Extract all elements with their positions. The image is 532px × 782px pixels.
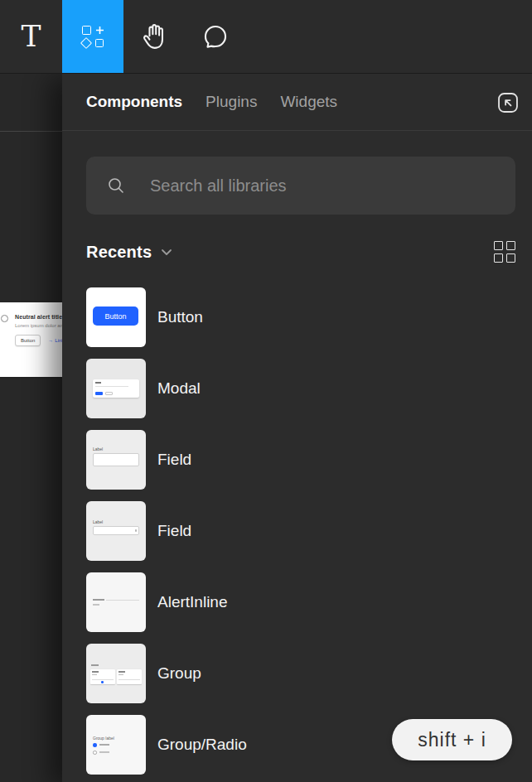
text-tool-icon: T <box>21 22 41 51</box>
clear-icon <box>135 529 138 532</box>
plus-icon <box>95 26 104 35</box>
grid-square <box>494 253 503 263</box>
popout-button[interactable] <box>494 89 522 117</box>
tab-plugins[interactable]: Plugins <box>206 93 257 111</box>
component-thumbnail-field-2: Label <box>86 501 146 561</box>
hand-tool-button[interactable] <box>123 0 185 73</box>
assets-icon <box>80 24 105 49</box>
component-label: Group/Radio <box>157 736 247 754</box>
recents-title: Recents <box>86 243 152 262</box>
tab-components[interactable]: Components <box>86 93 182 111</box>
thumb-button-preview: Button <box>93 307 138 326</box>
component-thumbnail-group <box>86 644 146 703</box>
component-label: Field <box>157 522 191 540</box>
alert-link: → Link text <box>48 338 62 343</box>
chevron-down-icon <box>161 249 172 256</box>
shortcut-badge: shift + i <box>392 719 512 760</box>
thumb-field-label: Label <box>93 447 103 451</box>
radio-selected-icon <box>93 743 97 747</box>
comment-tool-button[interactable] <box>185 0 246 73</box>
text-tool-button[interactable]: T <box>0 0 62 73</box>
thumb-field-label: Label <box>93 520 103 524</box>
component-item-field-2[interactable]: Label Field <box>86 501 532 561</box>
thumb-group-label: Group label <box>93 736 114 741</box>
tab-widgets[interactable]: Widgets <box>280 93 337 111</box>
component-label: AlertInline <box>157 593 228 611</box>
popout-icon <box>496 90 520 115</box>
component-item-button[interactable]: Button Button <box>86 287 532 347</box>
assets-tool-button[interactable] <box>62 0 123 73</box>
alert-title: Neutral alert title <box>15 314 62 320</box>
hand-icon <box>140 22 168 51</box>
radio-unselected-icon <box>93 751 97 755</box>
recents-header: Recents <box>86 239 515 265</box>
component-thumbnail-group-radio: Group label <box>86 715 146 775</box>
panel-tabs: Components Plugins Widgets <box>62 73 532 131</box>
thumb-modal-preview <box>93 379 139 398</box>
grid-square <box>494 241 503 250</box>
canvas-background: Neutral alert title Lorem ipsum dolor am… <box>0 73 62 782</box>
component-label: Modal <box>157 379 201 398</box>
thumb-field-input <box>93 453 139 466</box>
components-panel: Components Plugins Widgets Recents <box>62 73 532 782</box>
component-thumbnail-alertinline <box>86 572 146 632</box>
alert-actions: Button → Link text <box>15 335 62 346</box>
component-item-modal[interactable]: Modal <box>86 359 532 418</box>
component-label: Field <box>157 451 191 469</box>
canvas-frame-edge <box>0 131 62 132</box>
search-icon <box>106 176 126 196</box>
thumb-field-input <box>93 526 139 535</box>
component-label: Group <box>157 664 201 683</box>
component-label: Button <box>157 308 203 326</box>
grid-view-button[interactable] <box>494 241 515 263</box>
canvas-alert-card: Neutral alert title Lorem ipsum dolor am… <box>0 302 62 377</box>
toolbar: T <box>0 0 532 74</box>
alert-button: Button <box>15 335 41 346</box>
component-thumbnail-modal <box>86 359 146 418</box>
component-thumbnail-field: Label <box>86 430 146 490</box>
component-thumbnail-button: Button <box>86 287 146 347</box>
arrow-right-icon: → <box>48 338 53 343</box>
component-item-group[interactable]: Group <box>86 644 532 703</box>
component-item-field[interactable]: Label Field <box>86 430 532 490</box>
comment-bubble-icon <box>201 22 230 51</box>
info-icon <box>1 315 8 322</box>
component-item-alertinline[interactable]: AlertInline <box>86 572 532 632</box>
components-list: Button Button Modal Label Field Label <box>62 287 532 775</box>
grid-square <box>506 253 515 263</box>
alert-body: Lorem ipsum dolor amet consect <box>15 323 62 328</box>
search-bar[interactable] <box>86 157 515 215</box>
grid-square <box>506 241 515 250</box>
alert-link-label: Link text <box>55 338 62 343</box>
recents-dropdown[interactable]: Recents <box>86 243 172 262</box>
search-input[interactable] <box>148 176 499 196</box>
